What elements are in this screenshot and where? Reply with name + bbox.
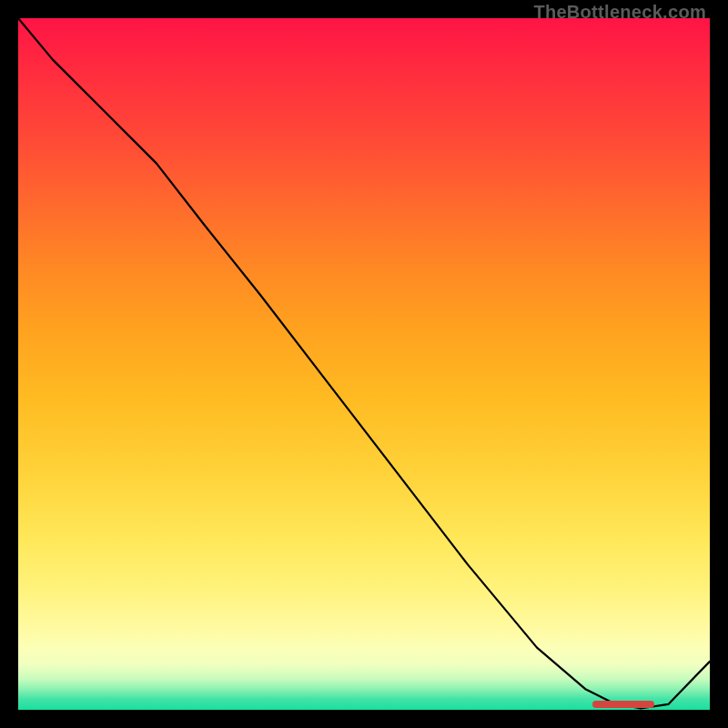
line-curve [18,18,710,710]
plot-area [18,18,710,710]
chart-frame: TheBottleneck.com [0,0,728,728]
optimal-range-marker [592,701,654,708]
